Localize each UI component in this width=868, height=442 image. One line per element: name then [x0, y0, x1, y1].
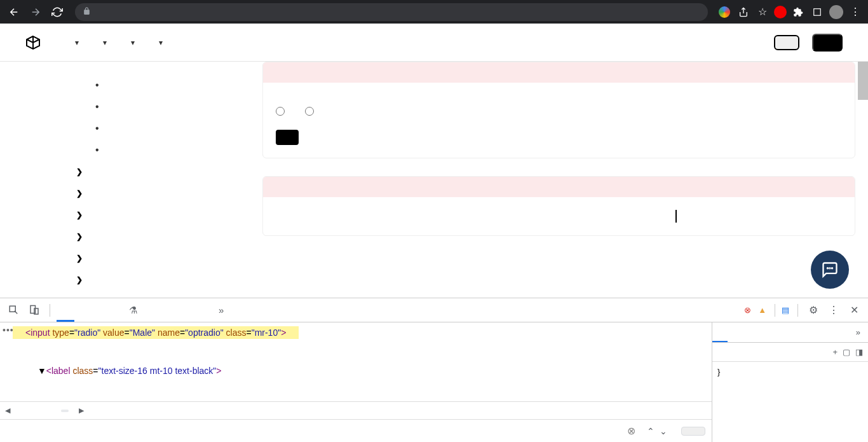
get-checked-button[interactable]: [276, 130, 299, 145]
profile-avatar[interactable]: [829, 4, 844, 20]
devtools-menu-icon[interactable]: ⋮: [825, 301, 843, 319]
sidebar-item-ajax-form[interactable]: [95, 118, 262, 139]
search-next-icon[interactable]: ⌄: [660, 426, 667, 436]
nav-developers[interactable]: ▾: [155, 38, 163, 47]
sidebar-cat-listbox[interactable]: ❯: [76, 247, 262, 269]
elements-search-input[interactable]: [6, 425, 621, 436]
chevron-right-icon: ❯: [76, 275, 83, 284]
crumb-next[interactable]: ▶: [79, 406, 84, 415]
chevron-right-icon: ❯: [76, 189, 83, 198]
sidebar-cat-progress[interactable]: ❯: [76, 204, 262, 226]
radio-female-input[interactable]: [305, 107, 314, 116]
main-content: ❯ ❯ ❯ ❯ ❯ ❯: [0, 62, 868, 298]
nav-menu: ▾ ▾ ▾ ▾: [71, 38, 183, 47]
chevron-right-icon: ❯: [76, 211, 83, 219]
radio-female[interactable]: [305, 107, 319, 116]
sidebar-cat-table[interactable]: ❯: [76, 183, 262, 204]
radio-male-input[interactable]: [276, 107, 285, 116]
elements-tree[interactable]: ••• <input type="radio" value="Male" nam…: [0, 322, 712, 401]
sidebar-cat-others[interactable]: ❯: [76, 269, 262, 291]
forward-button[interactable]: [27, 3, 44, 21]
tab-perf-insights[interactable]: ⚗: [118, 299, 146, 322]
sidebar-cat-data-pickers[interactable]: ❯: [76, 161, 262, 183]
card-title: [263, 177, 855, 197]
inspect-icon[interactable]: [5, 301, 23, 319]
breadcrumb: ◀ ▶: [0, 401, 712, 419]
tab-sources[interactable]: [97, 299, 115, 322]
extensions-icon[interactable]: [790, 4, 806, 20]
sidebar-item-select-dropdown[interactable]: [95, 74, 262, 96]
chat-icon: [821, 261, 839, 279]
browser-chrome-bar: ☆ ⋮: [0, 0, 868, 24]
warning-badge[interactable]: ▲: [758, 305, 768, 315]
tabs-overflow[interactable]: »: [210, 299, 233, 322]
bookmark-icon[interactable]: ☆: [755, 4, 770, 20]
tab-computed[interactable]: [728, 323, 743, 342]
abp-extension-icon[interactable]: [774, 6, 787, 18]
crumb-prev[interactable]: ◀: [5, 406, 10, 415]
sidebar-item-input-form[interactable]: [95, 96, 262, 118]
google-icon[interactable]: [717, 4, 732, 20]
logo[interactable]: [25, 35, 46, 50]
svg-point-2: [829, 268, 830, 268]
styles-overflow[interactable]: »: [848, 323, 868, 342]
svg-point-1: [827, 268, 828, 268]
radio-demo-card: [262, 62, 855, 158]
radio-male[interactable]: [276, 107, 290, 116]
sidebar-cat-alert[interactable]: ❯: [76, 226, 262, 247]
devtools-panel: ⚗ » ⊗ ▲ ▤ ⚙ ⋮ ✕ ••• <input type="radio" …: [0, 298, 868, 442]
window-icon[interactable]: [810, 4, 825, 20]
chat-fab[interactable]: [811, 251, 849, 289]
share-icon[interactable]: [736, 4, 751, 20]
add-rule-icon[interactable]: +: [832, 347, 837, 357]
back-button[interactable]: [5, 3, 23, 21]
clear-search-icon[interactable]: ⊗: [627, 425, 635, 437]
nav-resources[interactable]: ▾: [127, 38, 135, 47]
styles-panel: » + ▢ ◨ }: [712, 322, 868, 442]
dom-label-open[interactable]: ▼<label class="text-size-16 mt-10 text-b…: [0, 364, 712, 377]
ellipsis-icon[interactable]: •••: [3, 325, 14, 335]
chevron-right-icon: ❯: [76, 167, 83, 176]
reload-button[interactable]: [48, 3, 66, 21]
card-title: [263, 62, 855, 83]
sidebar-item-jquery-select[interactable]: [95, 139, 262, 161]
tab-performance[interactable]: [169, 299, 187, 322]
tab-styles[interactable]: [712, 323, 728, 342]
tab-network[interactable]: [149, 299, 166, 322]
signup-button[interactable]: [812, 34, 843, 52]
chevron-right-icon: ❯: [76, 232, 83, 241]
cancel-button[interactable]: [681, 427, 705, 436]
tab-memory[interactable]: [189, 299, 207, 322]
messages-badge[interactable]: ▤: [782, 305, 791, 315]
sidebar-toggle-icon[interactable]: ◨: [855, 347, 863, 357]
sidebar: ❯ ❯ ❯ ❯ ❯ ❯: [0, 62, 262, 298]
logo-icon: [25, 35, 41, 50]
chevron-right-icon: ❯: [76, 254, 83, 263]
search-prev-icon[interactable]: ⌃: [647, 426, 654, 436]
group-radio-card: [262, 176, 855, 236]
svg-point-3: [832, 268, 832, 268]
address-bar[interactable]: [75, 3, 708, 21]
close-devtools-icon[interactable]: ✕: [845, 301, 863, 319]
device-toggle-icon[interactable]: [25, 301, 43, 319]
dom-text-node[interactable]: [0, 339, 712, 352]
page-scrollbar-thumb[interactable]: [858, 62, 868, 100]
computed-toggle-icon[interactable]: ▢: [843, 347, 850, 357]
tab-console[interactable]: [77, 299, 95, 322]
lock-icon: [83, 7, 91, 17]
tab-elements[interactable]: [57, 299, 74, 322]
nav-enterprise[interactable]: ▾: [99, 38, 107, 47]
svg-rect-0: [814, 8, 821, 15]
nav-platform[interactable]: ▾: [71, 38, 79, 47]
dom-label-close[interactable]: [0, 352, 712, 364]
site-header: ▾ ▾ ▾ ▾: [0, 24, 868, 62]
chrome-menu-icon[interactable]: ⋮: [848, 4, 863, 20]
error-badge[interactable]: ⊗: [744, 305, 753, 315]
flask-icon: ⚗: [129, 305, 137, 316]
elements-search-bar: ⊗ ⌃ ⌄: [0, 419, 712, 442]
devtools-tabs: ⚗ » ⊗ ▲ ▤ ⚙ ⋮ ✕: [0, 298, 868, 322]
settings-icon[interactable]: ⚙: [804, 301, 822, 319]
highlighted-element[interactable]: <input type="radio" value="Male" name="o…: [13, 326, 299, 339]
crumb-item-selected: [61, 410, 69, 412]
book-demo-button[interactable]: [774, 35, 799, 50]
